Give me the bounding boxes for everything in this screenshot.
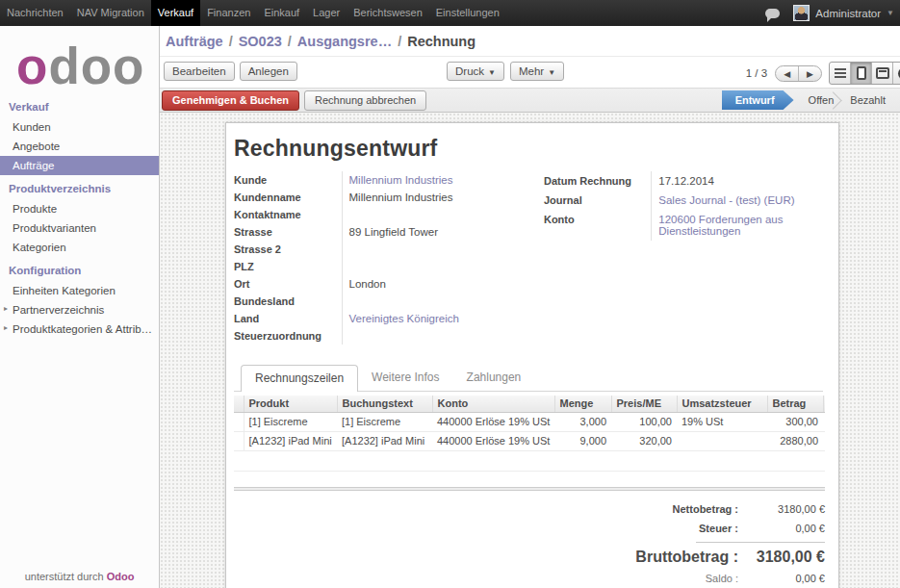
status-bezahlt: Bezahlt [836, 94, 900, 106]
sidebar: odoo Verkauf Kunden Angebote Aufträge Pr… [0, 26, 160, 588]
journal-value[interactable]: Sales Journal - (test) (EUR) [658, 194, 794, 206]
field-label: Journal [544, 191, 652, 210]
tax-amount: 0,00 € [738, 523, 825, 534]
menu-nav-migration[interactable]: NAV Migration [70, 0, 151, 26]
field-label: Strasse [234, 223, 342, 241]
odoo-logo[interactable]: odoo [16, 40, 159, 91]
field-label: Kunde [234, 171, 342, 189]
calendar-icon [876, 67, 889, 79]
breadcrumb-auftraege[interactable]: Aufträge [166, 34, 223, 49]
form-view-button[interactable] [851, 63, 872, 84]
chevron-down-icon: ▼ [887, 9, 894, 17]
breadcrumb-current: Rechnung [407, 34, 476, 49]
sidebar-heading-produktverzeichnis: Produktverzeichnis [0, 175, 159, 199]
expand-arrow-icon[interactable]: ▸ [4, 323, 8, 332]
sidebar-item-kategorien[interactable]: Kategorien [0, 238, 159, 257]
sidebar-nav: Verkauf Kunden Angebote Aufträge Produkt… [0, 93, 159, 339]
form-background: Rechnungsentwurf KundeMillennium Industr… [160, 113, 900, 588]
validate-button[interactable]: Genehmigen & Buchen [162, 90, 299, 111]
chevron-down-icon: ▼ [548, 68, 555, 77]
menu-einkauf[interactable]: Einkauf [257, 0, 306, 26]
breadcrumb-ausgangsre[interactable]: Ausgangsre… [297, 34, 392, 49]
sidebar-item-produktvarianten[interactable]: Produktvarianten [0, 218, 159, 238]
toolbar: Bearbeiten Anlegen Druck▼ Mehr▼ 1 / 3 ◀ … [160, 56, 900, 88]
separator [234, 487, 825, 491]
calendar-view-button[interactable] [872, 63, 893, 84]
user-menu[interactable]: Administrator [815, 8, 881, 19]
table-row[interactable]: [A1232] iPad Mini [A1232] iPad Mini 4400… [234, 432, 825, 451]
field-label: Steuerzuordnung [234, 327, 342, 345]
status-entwurf: Entwurf [722, 90, 794, 110]
menu-nachrichten[interactable]: Nachrichten [0, 0, 70, 26]
menu-berichtswesen[interactable]: Berichtswesen [347, 0, 429, 26]
chevron-down-icon: ▼ [488, 68, 496, 77]
invoice-sheet: Rechnungsentwurf KundeMillennium Industr… [225, 122, 839, 588]
pager-count: 1 / 3 [746, 67, 767, 79]
top-menu: Nachrichten NAV Migration Verkauf Finanz… [0, 0, 506, 26]
totals-divider [696, 542, 825, 543]
land-value[interactable]: Vereinigtes Königreich [349, 313, 459, 324]
menu-finanzen[interactable]: Finanzen [200, 0, 257, 26]
datum-rechnung-value: 17.12.2014 [652, 171, 823, 191]
kunde-value[interactable]: Millennium Industries [349, 174, 453, 186]
status-strip: Genehmigen & Buchen Rechnung abbrechen E… [160, 88, 900, 113]
left-field-group: KundeMillennium Industries KundennameMil… [234, 171, 539, 345]
ort-value: London [342, 275, 539, 293]
create-button[interactable]: Anlegen [240, 62, 297, 81]
chat-icon[interactable] [765, 9, 780, 18]
edit-button[interactable]: Bearbeiten [164, 62, 235, 81]
expand-arrow-icon[interactable]: ▸ [4, 304, 8, 313]
table-header-row: Produkt Buchungstext Konto Menge Preis/M… [234, 396, 825, 413]
kundenname-value: Millennium Industries [342, 189, 539, 206]
sidebar-item-kunden[interactable]: Kunden [0, 117, 159, 137]
strasse2-value [342, 241, 539, 258]
odoo-brand-link[interactable]: Odoo [107, 571, 135, 582]
view-switcher [829, 62, 900, 85]
table-row[interactable]: [1] Eiscreme [1] Eiscreme 440000 Erlöse … [234, 413, 825, 432]
list-icon [835, 68, 846, 78]
cancel-invoice-button[interactable]: Rechnung abbrechen [304, 90, 426, 111]
avatar [793, 5, 810, 21]
kontaktname-value [342, 206, 539, 223]
net-amount: 3180,00 € [738, 503, 825, 515]
pager-prev-button[interactable]: ◀ [776, 66, 799, 81]
list-view-button[interactable] [830, 63, 851, 84]
menu-verkauf[interactable]: Verkauf [151, 0, 200, 26]
field-label: Ort [234, 275, 342, 293]
breadcrumb-so023[interactable]: SO023 [239, 34, 282, 49]
notebook-tabs: Rechnungszeilen Weitere Infos Zahlungen [234, 365, 823, 392]
sidebar-item-produktkategorien[interactable]: ▸Produktkategorien & Attrib… [0, 320, 159, 339]
statusbar: Entwurf Offen Bezahlt [722, 89, 900, 112]
sidebar-heading-konfiguration: Konfiguration [0, 257, 159, 281]
sidebar-item-auftraege[interactable]: Aufträge [0, 156, 159, 175]
menu-lager[interactable]: Lager [306, 0, 347, 26]
graph-view-button[interactable] [893, 63, 900, 84]
sidebar-item-partnerverzeichnis[interactable]: ▸Partnerverzeichnis [0, 300, 159, 320]
totals-block: Nettobetrag :3180,00 € Steuer :0,00 € Br… [234, 503, 825, 584]
sidebar-item-angebote[interactable]: Angebote [0, 137, 159, 156]
sidebar-item-produkte[interactable]: Produkte [0, 199, 159, 218]
konto-value[interactable]: 120600 Forderungen aus Dienstleistungen [658, 214, 783, 237]
empty-line-area[interactable] [234, 451, 825, 472]
invoice-lines-table: Produkt Buchungstext Konto Menge Preis/M… [234, 396, 825, 451]
more-dropdown[interactable]: Mehr▼ [510, 62, 564, 81]
field-label: Konto [544, 210, 652, 241]
tab-rechnungszeilen[interactable]: Rechnungszeilen [241, 365, 358, 392]
tab-zahlungen[interactable]: Zahlungen [453, 365, 535, 391]
menu-einstellungen[interactable]: Einstellungen [429, 0, 506, 26]
pager-next-button[interactable]: ▶ [799, 66, 821, 81]
page-title: Rechnungsentwurf [234, 136, 823, 162]
field-label: Datum Rechnung [544, 171, 652, 191]
sidebar-item-einheiten-kategorien[interactable]: Einheiten Kategorien [0, 281, 159, 300]
plz-value [342, 258, 539, 275]
handle-column [234, 396, 244, 413]
steuerzuordnung-value [342, 327, 539, 345]
tab-weitere-infos[interactable]: Weitere Infos [358, 365, 452, 391]
main-area: Aufträge / SO023 / Ausgangsre… / Rechnun… [160, 26, 900, 588]
field-label: Land [234, 310, 342, 327]
top-nav-bar: Nachrichten NAV Migration Verkauf Finanz… [0, 0, 900, 26]
print-dropdown[interactable]: Druck▼ [447, 62, 504, 81]
strasse-value: 89 Lingfield Tower [342, 223, 539, 241]
field-label: Kundenname [234, 189, 342, 206]
balance-amount: 0,00 € [738, 573, 825, 584]
